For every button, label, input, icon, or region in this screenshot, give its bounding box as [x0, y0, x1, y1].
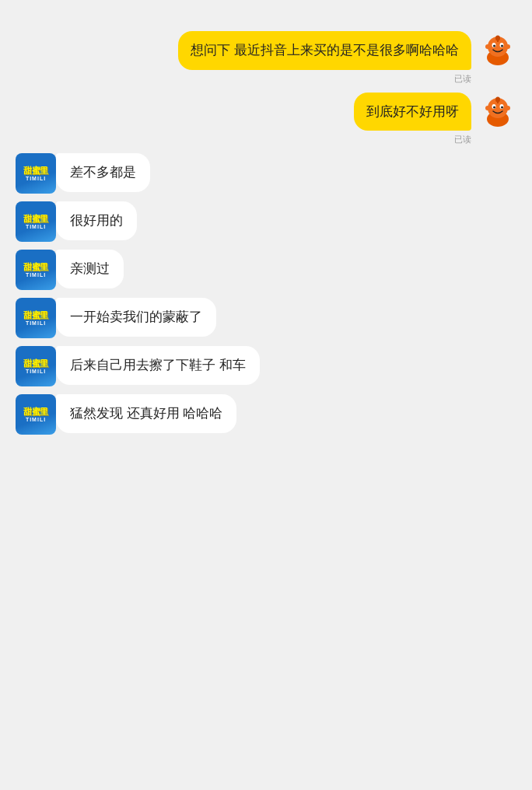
avatar-left-5: 甜蜜里 TIMILI — [16, 250, 56, 290]
message-row-right-2: 到底好不好用呀 已读 — [0, 85, 532, 146]
svg-point-8 — [485, 44, 490, 49]
avatar-right-2 — [479, 93, 516, 130]
svg-point-18 — [485, 106, 490, 110]
svg-point-9 — [506, 44, 510, 49]
bubble-right-1: 想问下 最近抖音上来买的是不是很多啊哈哈哈 — [178, 31, 471, 70]
avatar-left-3: 甜蜜里 TIMILI — [16, 153, 56, 194]
message-row-left-6: 甜蜜里 TIMILI 一开始卖我们的蒙蔽了 — [0, 290, 532, 338]
brand-en: TIMILI — [26, 176, 46, 181]
chat-container: 想问下 最近抖音上来买的是不是很多啊哈哈哈 已读 — [0, 16, 532, 442]
svg-point-15 — [501, 106, 503, 108]
svg-point-19 — [506, 106, 510, 110]
bubble-left-6: 一开始卖我们的蒙蔽了 — [56, 298, 216, 337]
read-label-1: 已读 — [454, 73, 471, 85]
svg-point-4 — [493, 45, 495, 47]
message-row-left-8: 甜蜜里 TIMILI 猛然发现 还真好用 哈哈哈 — [0, 386, 532, 435]
avatar-right-1 — [479, 31, 516, 68]
avatar-left-4: 甜蜜里 TIMILI — [16, 201, 56, 242]
avatar-left-8: 甜蜜里 TIMILI — [16, 394, 56, 435]
brand-cn: 甜蜜里 — [23, 166, 48, 175]
avatar-left-7: 甜蜜里 TIMILI — [16, 346, 56, 386]
bubble-wrap-2: 到底好不好用呀 已读 — [354, 93, 471, 146]
svg-point-5 — [501, 45, 503, 47]
avatar-left-6: 甜蜜里 TIMILI — [16, 298, 56, 338]
bubble-left-7: 后来自己用去擦了下鞋子 和车 — [56, 346, 260, 385]
bubble-right-2: 到底好不好用呀 — [354, 93, 471, 131]
message-row-left-7: 甜蜜里 TIMILI 后来自己用去擦了下鞋子 和车 — [0, 338, 532, 386]
bubble-left-5: 亲测过 — [56, 250, 124, 288]
bubble-left-8: 猛然发现 还真好用 哈哈哈 — [56, 394, 236, 433]
bubble-left-4: 很好用的 — [56, 201, 137, 240]
svg-point-14 — [493, 106, 495, 108]
bubble-wrap-1: 想问下 最近抖音上来买的是不是很多啊哈哈哈 已读 — [178, 31, 471, 85]
message-row-left-5: 甜蜜里 TIMILI 亲测过 — [0, 242, 532, 290]
message-row-right-1: 想问下 最近抖音上来买的是不是很多啊哈哈哈 已读 — [0, 23, 532, 85]
read-label-2: 已读 — [454, 134, 471, 145]
message-row-left-4: 甜蜜里 TIMILI 很好用的 — [0, 194, 532, 242]
svg-rect-17 — [497, 100, 499, 103]
svg-rect-7 — [497, 39, 499, 42]
bubble-left-3: 差不多都是 — [56, 153, 150, 192]
message-row-left-3: 甜蜜里 TIMILI 差不多都是 — [0, 145, 532, 194]
